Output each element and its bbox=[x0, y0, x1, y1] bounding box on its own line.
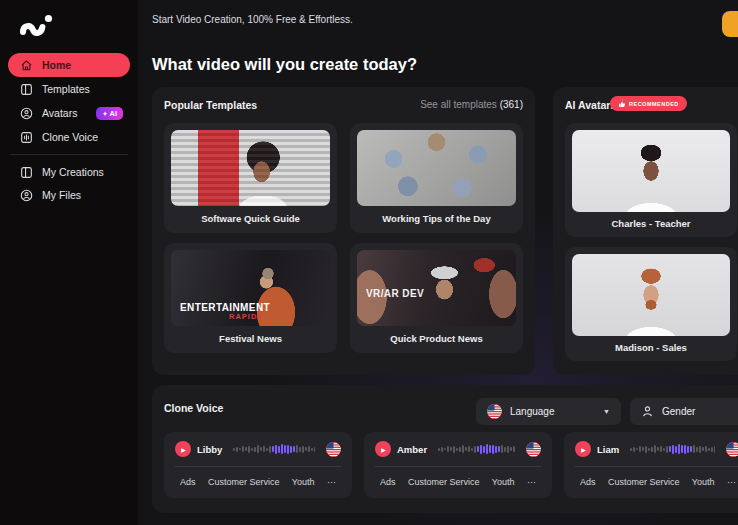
template-card[interactable]: VR/AR DEV Quick Product News bbox=[350, 243, 523, 353]
sidebar-item-templates[interactable]: Templates bbox=[8, 78, 130, 100]
avatar-card[interactable]: Madison - Sales bbox=[565, 247, 737, 361]
thumbnail-overlay-text: VR/AR DEV bbox=[366, 288, 424, 299]
sidebar-item-home[interactable]: Home bbox=[8, 53, 130, 77]
app-window: Home Templates Avatars ✦AI Clone Voice M… bbox=[0, 0, 738, 525]
voice-tag[interactable]: Youth bbox=[692, 477, 715, 487]
more-tags-button[interactable]: ··· bbox=[727, 477, 736, 487]
thumbs-up-icon bbox=[618, 99, 626, 108]
sidebar-item-my-files[interactable]: My Files bbox=[8, 184, 130, 206]
voice-tag[interactable]: Youth bbox=[292, 477, 315, 487]
waveform bbox=[630, 442, 715, 456]
clone-voice-title: Clone Voice bbox=[164, 402, 223, 414]
voice-tag[interactable]: Customer Service bbox=[608, 477, 680, 487]
us-flag-icon bbox=[487, 404, 502, 419]
template-thumbnail: ENTERTAINMENT RAPIDE bbox=[171, 250, 330, 326]
sidebar-divider bbox=[10, 154, 128, 155]
sidebar-item-label: My Creations bbox=[42, 166, 104, 178]
avatar-photo bbox=[572, 130, 730, 212]
sidebar-item-label: My Files bbox=[42, 189, 81, 201]
voice-tag[interactable]: Customer Service bbox=[408, 477, 480, 487]
avatar-name: Madison - Sales bbox=[565, 342, 737, 353]
template-thumbnail bbox=[171, 130, 330, 206]
voice-tag[interactable]: Customer Service bbox=[208, 477, 280, 487]
avatar-name: Charles - Teacher bbox=[565, 218, 737, 229]
voice-tag[interactable]: Youth bbox=[492, 477, 515, 487]
popular-templates-title: Popular Templates bbox=[164, 99, 257, 111]
voice-tag[interactable]: Ads bbox=[580, 477, 596, 487]
clone-voice-icon bbox=[20, 131, 33, 144]
sidebar-item-my-creations[interactable]: My Creations bbox=[8, 161, 130, 183]
voice-tag[interactable]: Ads bbox=[380, 477, 396, 487]
template-title: Working Tips of the Day bbox=[350, 213, 523, 224]
avatar-card[interactable]: Charles - Teacher bbox=[565, 123, 737, 237]
app-logo[interactable] bbox=[17, 11, 55, 41]
clone-voice-panel: Clone Voice Language ▼ Gender ▶ Libby Ad… bbox=[152, 385, 738, 513]
template-card[interactable]: Software Quick Guide bbox=[164, 123, 337, 233]
ai-badge: ✦AI bbox=[96, 107, 123, 120]
recommended-badge: RECOMMENDED bbox=[610, 96, 687, 111]
language-dropdown-label: Language bbox=[510, 406, 555, 417]
sidebar-item-label: Avatars bbox=[42, 107, 77, 119]
cta-button[interactable] bbox=[722, 11, 738, 37]
waveform bbox=[233, 442, 315, 456]
chevron-down-icon: ▼ bbox=[603, 408, 610, 415]
sidebar-item-label: Home bbox=[42, 59, 71, 71]
template-thumbnail: VR/AR DEV bbox=[357, 250, 516, 326]
person-icon bbox=[641, 405, 654, 418]
language-dropdown[interactable]: Language ▼ bbox=[476, 398, 621, 425]
voice-name: Liam bbox=[597, 444, 619, 455]
template-title: Festival News bbox=[164, 333, 337, 344]
template-title: Quick Product News bbox=[350, 333, 523, 344]
template-thumbnail bbox=[357, 130, 516, 206]
my-creations-icon bbox=[20, 166, 33, 179]
more-tags-button[interactable]: ··· bbox=[527, 477, 536, 487]
template-card[interactable]: ENTERTAINMENT RAPIDE Festival News bbox=[164, 243, 337, 353]
gender-dropdown[interactable]: Gender bbox=[630, 398, 738, 425]
voice-card: ▶ Amber Ads Customer Service Youth ··· bbox=[364, 432, 552, 498]
template-card[interactable]: Working Tips of the Day bbox=[350, 123, 523, 233]
page-title: What video will you create today? bbox=[152, 55, 417, 74]
sidebar: Home Templates Avatars ✦AI Clone Voice M… bbox=[0, 0, 138, 525]
see-all-templates-link[interactable]: See all templates (361) bbox=[420, 99, 523, 110]
ai-avatars-title: AI Avatars bbox=[565, 99, 616, 111]
sidebar-item-label: Templates bbox=[42, 83, 90, 95]
topbar-message: Start Video Creation, 100% Free & Effort… bbox=[152, 14, 353, 25]
avatars-icon bbox=[20, 107, 33, 120]
gender-dropdown-label: Gender bbox=[662, 406, 695, 417]
sidebar-item-label: Clone Voice bbox=[42, 131, 98, 143]
my-files-icon bbox=[20, 189, 33, 202]
us-flag-icon bbox=[526, 442, 541, 457]
play-button[interactable]: ▶ bbox=[375, 441, 391, 457]
voice-card: ▶ Liam Ads Customer Service Youth ··· bbox=[564, 432, 738, 498]
play-button[interactable]: ▶ bbox=[175, 441, 191, 457]
play-button[interactable]: ▶ bbox=[575, 441, 591, 457]
voice-name: Libby bbox=[197, 444, 222, 455]
ai-avatars-panel: AI Avatars RECOMMENDED Charles - Teacher… bbox=[553, 87, 738, 375]
sidebar-item-avatars[interactable]: Avatars ✦AI bbox=[8, 102, 130, 124]
template-title: Software Quick Guide bbox=[164, 213, 337, 224]
voice-card: ▶ Libby Ads Customer Service Youth ··· bbox=[164, 432, 352, 498]
waveform bbox=[438, 442, 515, 456]
templates-count: (361) bbox=[500, 99, 523, 110]
voice-tag[interactable]: Ads bbox=[180, 477, 196, 487]
us-flag-icon bbox=[726, 442, 738, 457]
more-tags-button[interactable]: ··· bbox=[327, 477, 336, 487]
thumbnail-overlay-subtext: RAPIDE bbox=[229, 312, 263, 321]
templates-icon bbox=[20, 83, 33, 96]
us-flag-icon bbox=[326, 442, 341, 457]
home-icon bbox=[20, 59, 33, 72]
sparkle-icon: ✦ bbox=[102, 110, 107, 117]
popular-templates-panel: Popular Templates See all templates (361… bbox=[152, 87, 535, 375]
sidebar-item-clone-voice[interactable]: Clone Voice bbox=[8, 126, 130, 148]
voice-name: Amber bbox=[397, 444, 427, 455]
avatar-photo bbox=[572, 254, 730, 336]
